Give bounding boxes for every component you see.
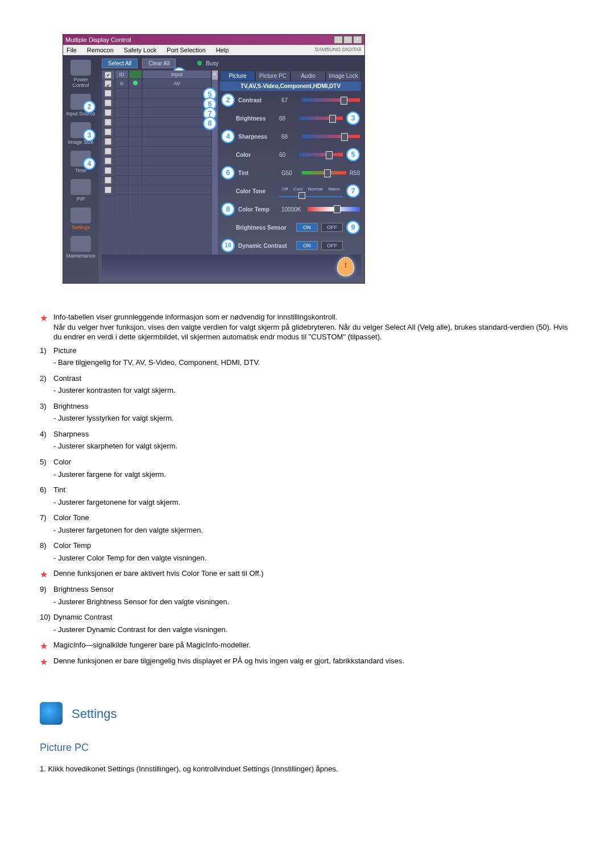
dynamic-contrast-off[interactable]: OFF bbox=[321, 241, 343, 250]
color-tone-options: Off Cool Normal Warm bbox=[279, 185, 343, 192]
callout-8: 8 bbox=[203, 117, 217, 130]
subsection-title: Picture PC bbox=[40, 741, 574, 754]
settings-icon bbox=[70, 207, 91, 223]
brightness-sensor-on[interactable]: ON bbox=[296, 223, 318, 232]
color-tone-slider[interactable] bbox=[279, 192, 343, 197]
sidebar: Power Control 2 Input Source 3 Image Siz… bbox=[63, 55, 98, 283]
busy-dot-icon bbox=[197, 61, 202, 65]
sharpness-label: Sharpness bbox=[238, 134, 278, 140]
tint-label: Tint bbox=[238, 170, 278, 176]
time-icon: 4 bbox=[70, 151, 91, 167]
color-temp-slider[interactable] bbox=[308, 207, 360, 211]
color-temp-label: Color Temp bbox=[238, 206, 278, 213]
tab-picture[interactable]: Picture bbox=[220, 70, 255, 81]
tint-right: R50 bbox=[350, 170, 360, 176]
tab-image-lock[interactable]: Image Lock bbox=[326, 70, 361, 81]
star-icon: ★ bbox=[40, 568, 53, 581]
tab-audio[interactable]: Audio bbox=[291, 70, 326, 81]
window-title: Multiple Display Control bbox=[65, 36, 131, 43]
input-source-icon: 2 bbox=[70, 94, 91, 110]
table-col-input: Input AV 5 6 7 8 bbox=[143, 70, 211, 255]
tint-slider[interactable] bbox=[302, 171, 346, 175]
app-window: Multiple Display Control _ □ × File Remo… bbox=[63, 34, 365, 284]
callout-color: 5 bbox=[346, 148, 360, 161]
menu-help[interactable]: Help bbox=[215, 46, 230, 54]
brightness-value: 68 bbox=[279, 115, 296, 122]
minimize-button[interactable]: _ bbox=[334, 36, 343, 44]
sidebar-item-power-control[interactable]: Power Control bbox=[65, 60, 96, 88]
busy-indicator: Busy bbox=[197, 60, 218, 67]
callout-temp: 8 bbox=[221, 202, 235, 216]
alert-icon: ! bbox=[337, 257, 354, 276]
star-icon: ★ bbox=[40, 656, 53, 668]
callout-tint: 6 bbox=[221, 166, 235, 180]
title-bar: Multiple Display Control _ □ × bbox=[63, 35, 364, 45]
contrast-value: 67 bbox=[281, 97, 298, 103]
panel-subtitle: TV,AV,S-Video,Component,HDMI,DTV bbox=[220, 81, 361, 91]
power-on-icon bbox=[133, 81, 138, 85]
sharpness-slider[interactable] bbox=[302, 135, 360, 138]
sidebar-item-image-size[interactable]: 3 Image Size bbox=[65, 122, 96, 145]
table-col-checkbox bbox=[102, 70, 114, 255]
footer-area: ! bbox=[102, 255, 361, 280]
callout-dynamic: 10 bbox=[221, 239, 235, 252]
table-col-power bbox=[129, 70, 142, 255]
sharpness-value: 68 bbox=[281, 134, 298, 140]
menu-bar: File Remocon Safety Lock Port Selection … bbox=[63, 45, 364, 55]
callout-brightness: 3 bbox=[346, 111, 360, 125]
brightness-slider[interactable] bbox=[300, 117, 343, 120]
callout-sharpness: 4 bbox=[221, 130, 235, 143]
sidebar-item-pip[interactable]: PIP bbox=[65, 179, 96, 202]
image-size-icon: 3 bbox=[70, 122, 91, 138]
callout-tone: 7 bbox=[346, 184, 360, 198]
callout-contrast: 2 bbox=[221, 93, 235, 107]
sidebar-item-time[interactable]: 4 Time bbox=[65, 151, 96, 173]
sidebar-item-maintenance[interactable]: Maintenance bbox=[65, 236, 96, 259]
star-icon: ★ bbox=[40, 640, 53, 653]
table-col-id: ID 0 bbox=[115, 70, 128, 255]
tab-picture-pc[interactable]: Picture PC bbox=[255, 70, 291, 81]
close-button[interactable]: × bbox=[353, 36, 362, 44]
brand-text: SAMSUNG DIGITAll bbox=[238, 46, 362, 54]
maximize-button[interactable]: □ bbox=[343, 36, 352, 44]
header-checkbox[interactable] bbox=[105, 72, 111, 78]
row-checkbox[interactable] bbox=[105, 80, 111, 87]
color-temp-value: 10000K bbox=[281, 206, 304, 213]
color-value: 60 bbox=[279, 152, 296, 158]
settings-section-icon bbox=[40, 702, 63, 725]
tint-left: G50 bbox=[281, 170, 298, 176]
color-slider[interactable] bbox=[300, 153, 343, 156]
sidebar-item-input-source[interactable]: 2 Input Source bbox=[65, 94, 96, 117]
color-label: Color bbox=[236, 152, 276, 158]
sidebar-item-settings[interactable]: Settings bbox=[65, 207, 96, 230]
dynamic-contrast-on[interactable]: ON bbox=[296, 241, 318, 250]
brightness-label: Brightness bbox=[236, 115, 276, 122]
brightness-sensor-label: Brightness Sensor bbox=[236, 225, 293, 231]
contrast-label: Contrast bbox=[238, 97, 278, 103]
callout-sensor: 9 bbox=[346, 221, 360, 234]
color-tone-label: Color Tone bbox=[236, 188, 276, 194]
section-title: Settings bbox=[72, 705, 117, 722]
dynamic-contrast-label: Dynamic Contrast bbox=[238, 243, 293, 249]
brightness-sensor-off[interactable]: OFF bbox=[321, 223, 343, 232]
menu-remocon[interactable]: Remocon bbox=[86, 46, 115, 54]
settings-panel: Picture Picture PC Audio Image Lock TV,A… bbox=[220, 70, 361, 255]
menu-safety-lock[interactable]: Safety Lock bbox=[123, 46, 157, 54]
maintenance-icon bbox=[70, 236, 91, 252]
power-icon bbox=[70, 60, 91, 76]
step-text: 1. Klikk hovedikonet Settings (Innstilli… bbox=[40, 764, 574, 774]
star-icon: ★ bbox=[40, 312, 53, 342]
menu-port-selection[interactable]: Port Selection bbox=[165, 46, 206, 54]
menu-file[interactable]: File bbox=[65, 46, 78, 54]
pip-icon bbox=[70, 179, 91, 195]
contrast-slider[interactable] bbox=[302, 98, 360, 102]
select-all-button[interactable]: Select All bbox=[102, 59, 138, 68]
document-text: ★ Info-tabellen viser grunnleggende info… bbox=[40, 312, 574, 774]
clear-all-button[interactable]: Clear All bbox=[142, 59, 176, 68]
